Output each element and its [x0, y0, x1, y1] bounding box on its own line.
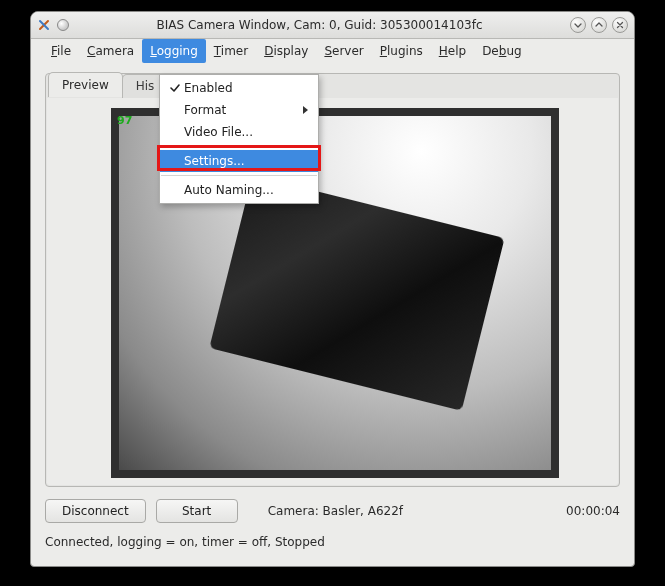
menu-file[interactable]: File	[43, 39, 79, 63]
check-icon	[166, 82, 184, 94]
app-menu-icon[interactable]	[37, 18, 51, 32]
tabhost: Preview His 97 Enabled Format	[45, 73, 620, 487]
window-title: BIAS Camera Window, Cam: 0, Guid: 305300…	[69, 18, 570, 32]
menu-separator	[161, 175, 317, 176]
logging-video-file[interactable]: Video File...	[160, 121, 318, 143]
logging-enabled-label: Enabled	[184, 81, 308, 95]
menu-logging[interactable]: Logging	[142, 39, 206, 63]
app-window: BIAS Camera Window, Cam: 0, Guid: 305300…	[30, 11, 635, 567]
menu-debug[interactable]: Debug	[474, 39, 529, 63]
tab-body: 97	[47, 98, 618, 485]
menubar: File Camera Logging Timer Display Server…	[31, 39, 634, 63]
menu-server[interactable]: Server	[316, 39, 371, 63]
bottom-bar: Disconnect Start Camera: Basler, A622f 0…	[45, 499, 620, 523]
menu-help[interactable]: Help	[431, 39, 474, 63]
logging-format[interactable]: Format	[160, 99, 318, 121]
menu-separator	[161, 146, 317, 147]
menu-camera[interactable]: Camera	[79, 39, 142, 63]
titlebar-left-controls	[37, 18, 69, 32]
fps-overlay: 97	[117, 114, 132, 127]
camera-label: Camera: Basler, A622f	[268, 504, 403, 518]
logging-enabled[interactable]: Enabled	[160, 77, 318, 99]
tabstrip: Preview His	[48, 72, 167, 97]
logging-auto-naming[interactable]: Auto Naming...	[160, 179, 318, 201]
menu-timer[interactable]: Timer	[206, 39, 256, 63]
client-area: Preview His 97 Enabled Format	[31, 63, 634, 566]
status-bar: Connected, logging = on, timer = off, St…	[45, 535, 620, 549]
logging-settings-label: Settings...	[184, 154, 308, 168]
timecode: 00:00:04	[566, 504, 620, 518]
start-button[interactable]: Start	[156, 499, 238, 523]
maximize-button[interactable]	[591, 17, 607, 33]
disconnect-button[interactable]: Disconnect	[45, 499, 146, 523]
pin-icon[interactable]	[57, 19, 69, 31]
menu-display[interactable]: Display	[256, 39, 316, 63]
submenu-arrow-icon	[303, 106, 308, 114]
logging-auto-naming-label: Auto Naming...	[184, 183, 308, 197]
logging-video-file-label: Video File...	[184, 125, 308, 139]
logging-settings[interactable]: Settings...	[160, 150, 318, 172]
tab-preview[interactable]: Preview	[48, 72, 123, 97]
titlebar[interactable]: BIAS Camera Window, Cam: 0, Guid: 305300…	[31, 12, 634, 39]
logging-dropdown: Enabled Format Video File... Settings...	[159, 74, 319, 204]
menu-plugins[interactable]: Plugins	[372, 39, 431, 63]
close-button[interactable]	[612, 17, 628, 33]
logging-format-label: Format	[184, 103, 303, 117]
titlebar-right-controls	[570, 17, 628, 33]
minimize-button[interactable]	[570, 17, 586, 33]
